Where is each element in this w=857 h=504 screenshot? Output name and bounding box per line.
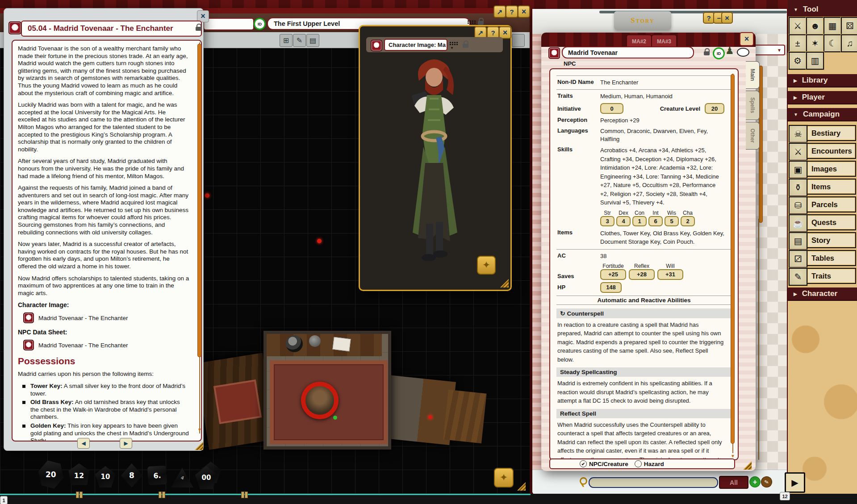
lock-icon[interactable] — [704, 48, 710, 55]
field-value[interactable]: 38 — [600, 252, 724, 260]
d4-die[interactable]: 4 — [171, 468, 193, 487]
story-list-close-button[interactable]: × — [721, 12, 733, 24]
sidebar-item-encounters[interactable]: Encounters — [807, 143, 856, 159]
token-bag-icon[interactable]: ▥ — [806, 52, 824, 70]
bag-icon[interactable]: ⚱ — [789, 179, 807, 196]
ability-score-box[interactable]: 2 — [681, 216, 695, 226]
next-page-button[interactable]: ▶ — [120, 438, 132, 449]
story-resize-handle[interactable] — [195, 442, 203, 450]
party-sheet-icon[interactable]: ☻ — [806, 17, 824, 35]
field-value[interactable]: Medium, Human, Humanoid — [600, 92, 724, 100]
sidebar-item-items[interactable]: Items — [807, 179, 856, 195]
npc-name-field[interactable]: Madrid Tovenaar — [562, 46, 694, 58]
sidebar-item-tables[interactable]: Tables — [807, 250, 856, 266]
image-resize-handle[interactable] — [500, 279, 509, 287]
tab-spells[interactable]: Spells — [746, 91, 760, 120]
ability-score-box[interactable]: 4 — [616, 216, 631, 226]
image-title-field[interactable]: Character Image: Ma — [384, 39, 447, 51]
crossed-swords-icon[interactable]: ⚔ — [789, 143, 807, 161]
npc-scroll-down-arrow[interactable]: ▼ — [731, 454, 735, 458]
sidebar-item-quests[interactable]: Quests — [807, 214, 856, 230]
save-box[interactable]: +25 — [600, 269, 626, 280]
field-value[interactable]: Perception +29 — [600, 117, 724, 125]
record-link[interactable]: Madrid Tovenaar - The Enchanter — [23, 312, 189, 323]
sidebar-section-tool[interactable]: ▼Tool — [788, 3, 857, 16]
prev-page-button[interactable]: ◀ — [77, 438, 90, 449]
image-window-titlebar[interactable]: Character Image: Ma ▼ — [366, 37, 503, 52]
ability-entry-header[interactable]: Reflect Spell — [556, 409, 732, 418]
story-list-scrollbar[interactable] — [759, 66, 762, 222]
layers-icon[interactable]: ▤ — [306, 34, 319, 47]
d6-die[interactable]: 6. — [147, 466, 167, 485]
tab-ma2[interactable]: MA#2 — [626, 34, 652, 48]
creature-level-box[interactable]: 20 — [705, 103, 724, 114]
map-close-button[interactable]: × — [518, 5, 530, 18]
story-list-header[interactable]: Story ? − × — [532, 9, 787, 34]
effects-icon[interactable]: ✶ — [806, 34, 824, 52]
combat-tracker-icon[interactable]: ⚔ — [789, 17, 807, 35]
radio-npc-creature[interactable]: ✔ — [580, 460, 587, 467]
story-scroll-down-arrow[interactable]: ▼ — [197, 427, 202, 432]
tab-main[interactable]: Main — [746, 61, 760, 89]
sidebar-item-story[interactable]: Story — [807, 232, 856, 248]
chat-play-button[interactable]: ▶ — [785, 472, 805, 493]
image-pan-compass-button[interactable]: ✦ — [477, 256, 496, 275]
add-button[interactable]: + — [749, 476, 761, 487]
lock-icon[interactable] — [196, 24, 201, 31]
map-token-madrid[interactable] — [301, 382, 339, 419]
goblet-icon[interactable]: ☕ — [789, 214, 807, 232]
token-tray-icon[interactable] — [467, 20, 476, 24]
map-popout-button[interactable]: ↗ — [493, 5, 506, 18]
scroll-icon[interactable]: ✎ — [789, 268, 807, 286]
map-label-field[interactable] — [203, 18, 254, 30]
edit-pencil-button[interactable]: ✎ — [760, 475, 773, 488]
ability-entry-header[interactable]: ↻ Counterspell — [556, 308, 732, 318]
ability-score-box[interactable]: 6 — [648, 216, 663, 226]
skull-icon[interactable]: ☠ — [789, 125, 807, 143]
map-extra-tool-icon[interactable] — [512, 34, 525, 47]
fullscreen-icon[interactable]: ⊞ — [280, 34, 293, 47]
npc-resize-handle[interactable] — [743, 461, 752, 470]
map-icon[interactable]: ▣ — [789, 161, 807, 179]
sidebar-section-campaign[interactable]: ▼Campaign — [788, 108, 857, 121]
map-help-button[interactable]: ? — [506, 5, 518, 18]
field-value[interactable]: The Enchanter — [600, 79, 724, 87]
ability-score-box[interactable]: 1 — [632, 216, 647, 226]
initiative-box[interactable]: 0 — [600, 103, 623, 114]
npc-close-button[interactable]: × — [740, 32, 754, 46]
story-scrollbar[interactable] — [198, 44, 201, 357]
sidebar-item-bestiary[interactable]: Bestiary — [807, 125, 856, 141]
sidebar-item-parcels[interactable]: Parcels — [807, 196, 856, 212]
token-figure-icon[interactable]: ♟ — [725, 45, 734, 57]
sidebar-section-player[interactable]: ▶Player — [788, 91, 857, 104]
map-art-tower-interior[interactable] — [201, 328, 487, 453]
tab-other[interactable]: Other — [746, 122, 760, 150]
map-pin[interactable] — [205, 193, 209, 198]
hotkey-bar[interactable]: 1 — [0, 494, 857, 504]
d10-die[interactable]: 10 — [95, 466, 116, 487]
d12-die[interactable]: 12 — [67, 463, 91, 487]
ability-score-box[interactable]: 3 — [600, 216, 615, 226]
save-box[interactable]: +31 — [657, 269, 683, 280]
id-badge-icon[interactable]: ID — [713, 47, 725, 59]
ability-entry-header[interactable]: Steady Spellcasting — [556, 367, 732, 377]
modifiers-icon[interactable]: ± — [789, 34, 807, 52]
field-value[interactable]: Acrobatics +4, Arcana +34, Athletics +25… — [600, 146, 724, 207]
sounds-icon[interactable]: ♫ — [841, 34, 857, 52]
map-resize-handle[interactable] — [517, 482, 526, 491]
sidebar-section-character[interactable]: ▶Character — [788, 287, 857, 301]
story-title-field[interactable]: 05.04 - Madrid Tovenaar - The Enchanter — [21, 21, 202, 37]
calendar-icon[interactable]: ▦ — [824, 17, 841, 35]
npc-scrollbar[interactable] — [731, 75, 734, 443]
chat-font-size-indicator[interactable]: 12 — [780, 492, 790, 500]
lock-icon[interactable] — [463, 41, 468, 48]
token-tray-icon[interactable] — [449, 42, 458, 46]
dice-tower-icon[interactable]: ⚄ — [841, 17, 857, 35]
options-icon[interactable]: ⚙ — [789, 52, 807, 70]
field-value[interactable]: Common, Draconic, Dwarven, Elven, Fey, H… — [600, 127, 724, 143]
lock-icon[interactable] — [478, 18, 484, 25]
sidebar-section-library[interactable]: ▶Library — [788, 74, 857, 87]
map-pin[interactable] — [317, 239, 322, 243]
sidebar-item-images[interactable]: Images — [807, 161, 856, 177]
category-dropdown[interactable]: ▼ — [753, 45, 785, 55]
